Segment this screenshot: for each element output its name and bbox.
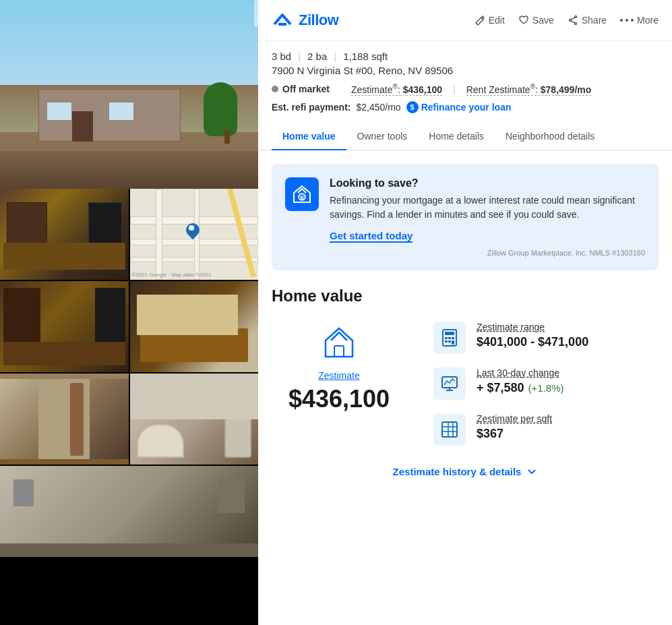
monitor-icon [440,374,459,393]
sqft-label[interactable]: Zestimate per sqft [477,413,552,424]
save-label: Save [532,15,554,26]
svg-point-6 [625,19,628,22]
photo-room[interactable] [0,466,258,557]
savings-house-icon: $ [291,183,313,205]
tab-neighborhood-details[interactable]: Neighborhood details [495,123,605,150]
savings-body: Looking to save? Refinancing your mortga… [330,177,645,257]
svg-rect-16 [445,340,448,343]
table-icon-container [433,413,466,446]
refi-link-text: Refinance your loan [421,102,512,113]
history-link[interactable]: Zestimate history & details [272,466,659,484]
content: $ Looking to save? Refinancing your mort… [258,150,672,498]
photo-hallway[interactable] [0,374,129,465]
off-market-dot [272,86,278,92]
share-icon [568,15,578,26]
property-info: 3 bd | 2 ba | 1,188 sqft 7900 N Virginia… [258,41,672,113]
bath-count: 2 ba [307,51,327,62]
photo-kitchen2[interactable] [0,281,129,372]
share-button[interactable]: Share [568,15,607,26]
svg-point-1 [574,23,576,25]
svg-rect-14 [448,337,451,339]
scrollbar[interactable] [254,0,258,27]
house-svg [319,322,359,362]
stat-per-sqft: Zestimate per sqft $367 [433,413,659,446]
savings-title: Looking to save? [330,177,645,189]
right-panel: Zillow Edit Save [258,0,672,625]
more-label: More [637,15,659,26]
more-button[interactable]: More [620,15,659,26]
tab-home-details[interactable]: Home details [418,123,495,150]
tab-owner-tools[interactable]: Owner tools [346,123,419,150]
market-status: Off market [272,84,330,94]
tab-home-value[interactable]: Home value [272,123,346,150]
svg-rect-15 [452,337,454,339]
svg-point-0 [574,16,576,18]
map-caption: ©2021 Google · Map data ©2021 [132,272,212,278]
range-value: $401,000 - $471,000 [477,335,588,349]
savings-cta[interactable]: Get started today [330,230,413,243]
svg-point-5 [620,19,623,22]
photo-island[interactable] [130,281,259,372]
refi-icon: $ [406,101,419,113]
zillow-logo: Zillow [272,9,338,31]
stat-change: Last 30-day change + $7,580 (+1.8%) [433,367,659,400]
share-label: Share [582,15,607,26]
svg-text:$: $ [301,195,304,201]
property-specs: 3 bd | 2 ba | 1,188 sqft [272,51,659,62]
save-button[interactable]: Save [518,15,554,26]
home-value-layout: Zestimate $436,100 [272,322,659,446]
zillow-logo-icon [272,9,293,31]
svg-rect-22 [442,422,457,437]
heart-icon [518,15,529,26]
bed-count: 3 bd [272,51,291,62]
table-icon [440,420,459,439]
svg-line-3 [571,18,574,20]
edit-button[interactable]: Edit [475,15,505,26]
svg-rect-10 [334,346,344,357]
calculator-icon-container [433,322,466,354]
photo-kitchen1[interactable] [0,189,129,280]
range-label[interactable]: Zestimate range [477,322,588,332]
stat-change-content: Last 30-day change + $7,580 (+1.8%) [477,367,564,395]
photo-bathroom[interactable] [130,374,259,465]
photo-gallery: ©2021 Google · Map data ©2021 [0,0,258,625]
sqft-count: 1,188 sqft [343,51,388,62]
refi-label: Est. refi payment: [272,102,350,113]
market-status-text: Off market [282,84,330,94]
zestimate-house-icon [319,322,359,365]
property-map[interactable]: ©2021 Google · Map data ©2021 [130,189,259,280]
section-title: Home value [272,287,659,305]
refi-link[interactable]: $ Refinance your loan [406,101,512,113]
history-link-text: Zestimate history & details [393,466,522,477]
tabs: Home value Owner tools Home details Neig… [258,123,672,150]
svg-point-2 [569,20,571,22]
zestimate-big-value: $436,100 [288,385,390,413]
photo-grid: ©2021 Google · Map data ©2021 [0,189,258,557]
main-photo[interactable] [0,0,258,189]
more-icon [620,18,634,22]
change-value: + $7,580 [477,381,524,395]
zestimate-stats: Zestimate range $401,000 - $471,000 [433,322,659,446]
calculator-icon [440,328,459,347]
change-label[interactable]: Last 30-day change [477,367,564,378]
market-row: Off market Zestimate®: $436,100 | Rent Z… [272,83,659,96]
savings-disclaimer: Zillow Group Marketplace, Inc. NMLS #130… [330,249,645,257]
rent-zestimate-link[interactable]: Rent Zestimate®: $78,499/mo [466,83,592,96]
zestimate-center-label[interactable]: Zestimate [318,370,359,381]
edit-icon [475,15,485,26]
edit-label: Edit [489,15,505,26]
svg-rect-18 [452,340,454,345]
zestimate-link[interactable]: Zestimate®: $436,100 [351,83,442,96]
savings-body-text: Refinancing your mortgage at a lower int… [330,194,645,222]
stat-range-content: Zestimate range $401,000 - $471,000 [477,322,588,349]
property-address: 7900 N Virginia St #00, Reno, NV 89506 [272,65,659,76]
refi-row: Est. refi payment: $2,450/mo $ Refinance… [272,101,659,113]
svg-rect-17 [448,340,451,343]
stat-sqft-content: Zestimate per sqft $367 [477,413,552,441]
header-actions: Edit Save Share [475,15,659,26]
svg-rect-13 [445,337,448,339]
zillow-wordmark: Zillow [299,11,338,29]
chevron-down-icon [526,466,537,477]
zestimate-dollar: $436,100 [403,84,442,95]
monitor-icon-container [433,367,466,400]
